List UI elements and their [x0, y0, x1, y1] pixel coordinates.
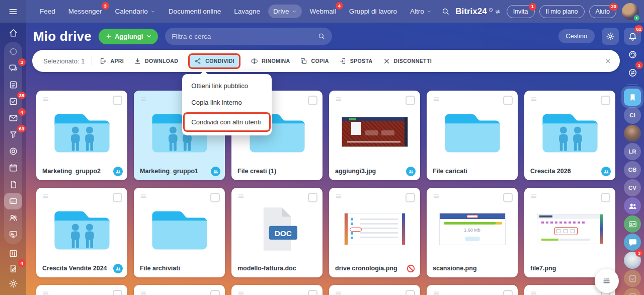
card-menu-icon[interactable]	[433, 290, 440, 295]
sidebar-bell-icon[interactable]: 62	[624, 28, 641, 45]
nav-item-documenti-online[interactable]: Documenti online	[164, 5, 226, 18]
nav-item-drive[interactable]: Drive	[268, 5, 302, 18]
sidebar-notes-icon[interactable]	[4, 77, 22, 93]
card-checkbox[interactable]	[210, 290, 220, 295]
sidebar-workgroups-icon[interactable]	[4, 226, 22, 243]
sidebar-pulse-icon[interactable]	[4, 43, 22, 60]
file-card[interactable]: Crescita 2026	[524, 91, 615, 180]
apri-action-button[interactable]: APRI	[99, 57, 124, 65]
trash-button[interactable]: Cestino	[558, 29, 595, 43]
file-card[interactable]: DOCmodello-fattura.doc	[231, 188, 323, 277]
view-toggle-button[interactable]	[595, 269, 619, 293]
sidebar-sync-icon[interactable]: 1	[624, 64, 641, 81]
search-icon[interactable]	[441, 7, 450, 16]
avatar-cat[interactable]: 3	[624, 252, 641, 269]
file-card[interactable]: 1.68 Mbscansione.png	[427, 188, 518, 277]
card-menu-icon[interactable]	[530, 290, 537, 295]
disconnetti-action-button[interactable]: DISCONNETTI	[383, 57, 432, 65]
file-card[interactable]: drive cronologia.png	[329, 188, 420, 277]
sidebar-copilot-icon[interactable]	[624, 46, 641, 63]
menu-item-copia-link-interno[interactable]: Copia link interno	[185, 94, 269, 111]
avatar-lr[interactable]: LR	[624, 143, 641, 160]
avatar-cv[interactable]: CV	[624, 179, 641, 196]
file-card[interactable]: File caricati	[427, 91, 518, 180]
file-name: Marketing_gruppo1	[140, 168, 209, 175]
file-card-peek[interactable]	[329, 285, 420, 295]
rinomina-action-button[interactable]: RINOMINA	[251, 57, 290, 65]
sidebar-card-icon[interactable]	[624, 215, 641, 233]
avatar-cb[interactable]: CB	[624, 161, 641, 178]
file-card[interactable]: File archiviati	[134, 188, 225, 277]
gear-icon	[606, 32, 615, 41]
menu-toggle-button[interactable]	[0, 0, 26, 23]
condividi-action-button[interactable]: CONDIVIDI	[188, 53, 240, 69]
action-label: COPIA	[311, 58, 329, 64]
nav-item-messenger[interactable]: Messenger3	[63, 5, 107, 18]
notification-badge: 20	[609, 3, 618, 11]
menu-item-ottieni-link-pubblico[interactable]: Ottieni link pubblico	[185, 78, 269, 94]
sidebar-chat-bubble-icon[interactable]	[624, 234, 641, 251]
nav-item-webmail[interactable]: Webmail4	[305, 5, 341, 18]
sidebar-people-icon[interactable]	[4, 209, 22, 226]
card-menu-icon[interactable]	[237, 290, 245, 295]
close-icon[interactable]	[604, 57, 612, 65]
sidebar-bookmark-icon[interactable]	[624, 89, 641, 106]
file-card[interactable]: aggiungi3.jpg	[329, 91, 420, 180]
nav-item-lavagne[interactable]: Lavagne	[229, 5, 265, 18]
menu-item-condividi-con-altri-utenti[interactable]: Condividi con altri utenti	[183, 112, 271, 132]
nav-item-label: Messenger	[68, 8, 102, 15]
card-menu-icon[interactable]	[42, 290, 49, 295]
sidebar-task-check-icon[interactable]	[624, 270, 641, 287]
nav-item-label: Webmail	[310, 8, 336, 15]
file-card[interactable]: file7.png	[524, 188, 615, 277]
nav-item-altro[interactable]: Altro	[405, 5, 437, 18]
nav-item-gruppi-di-lavoro[interactable]: Gruppi di lavoro	[344, 5, 402, 18]
avatar-photo1[interactable]	[624, 125, 641, 142]
user-avatar[interactable]	[622, 3, 639, 20]
sidebar-chat-icon[interactable]: 3	[4, 60, 22, 77]
nav-item-label: Calendario	[115, 8, 148, 15]
aiuto-button[interactable]: Aiuto20	[589, 5, 617, 18]
card-checkbox[interactable]	[113, 290, 122, 295]
sidebar-sign-icon[interactable]: 4	[4, 261, 22, 276]
sidebar-group-avatar-icon[interactable]	[624, 197, 641, 214]
sidebar-target-icon[interactable]	[4, 143, 22, 160]
brand-logo[interactable]: Bitrix24	[455, 7, 501, 17]
sidebar-mail-icon[interactable]: 4	[4, 110, 22, 126]
sidebar-calendar-icon[interactable]	[4, 160, 22, 176]
file-card-peek[interactable]	[427, 285, 518, 295]
sidebar-drive-icon[interactable]	[4, 193, 22, 209]
sidebar-files-icon[interactable]	[4, 176, 22, 193]
copia-action-button[interactable]: COPIA	[300, 57, 329, 65]
card-checkbox[interactable]	[308, 290, 317, 295]
sidebar-settings-icon[interactable]	[4, 276, 22, 291]
share-icon	[194, 57, 202, 65]
file-card-peek[interactable]	[134, 285, 225, 295]
card-checkbox[interactable]	[503, 290, 513, 295]
sidebar-crm-icon[interactable]: 63	[4, 126, 22, 143]
avatar-ci[interactable]: CI	[624, 107, 641, 124]
invita-button[interactable]: Invita1	[507, 5, 535, 18]
switcher-icon[interactable]	[495, 7, 501, 15]
card-checkbox[interactable]	[406, 290, 415, 295]
file-card-peek[interactable]	[231, 285, 323, 295]
file-card[interactable]: Crescita Vendite 2024	[36, 188, 127, 277]
il-mio-piano-button[interactable]: Il mio piano	[539, 5, 585, 18]
sposta-action-button[interactable]: SPOSTA	[339, 57, 373, 65]
search-input[interactable]	[172, 33, 313, 40]
filter-search-box[interactable]	[165, 28, 332, 45]
drive-settings-button[interactable]	[602, 28, 619, 45]
add-button[interactable]: Aggiungi	[99, 29, 158, 44]
folder-icon	[36, 102, 127, 162]
file-card[interactable]: Marketing_gruppo2	[36, 91, 127, 180]
card-menu-icon[interactable]	[335, 290, 342, 295]
card-menu-icon[interactable]	[140, 290, 147, 295]
sidebar-tasks-icon[interactable]: 38	[4, 93, 22, 110]
sidebar-kanban-icon[interactable]	[4, 246, 22, 261]
sidebar-home-icon[interactable]	[4, 25, 22, 40]
file-card-peek[interactable]	[36, 285, 127, 295]
download-action-button[interactable]: DOWNLOAD	[134, 57, 178, 65]
sidebar-task-check-icon[interactable]	[624, 288, 641, 295]
nav-item-calendario[interactable]: Calendario	[110, 5, 160, 18]
nav-item-feed[interactable]: Feed	[35, 5, 60, 18]
